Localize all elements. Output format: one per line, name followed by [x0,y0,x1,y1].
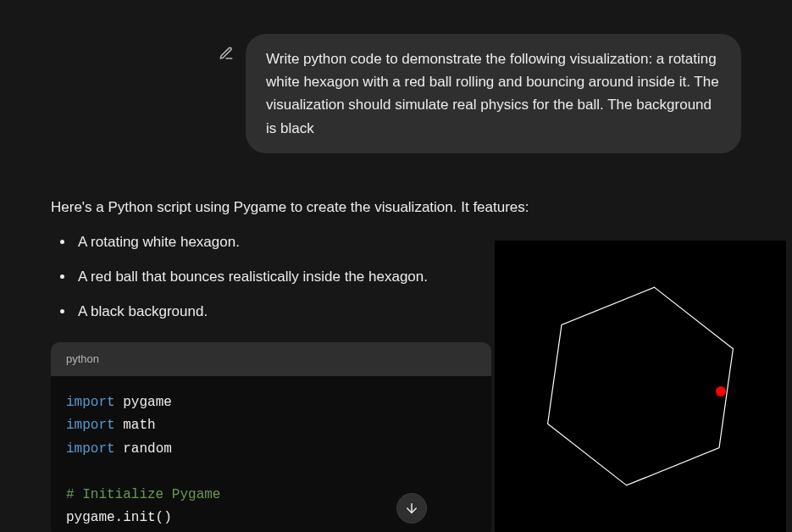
scroll-down-button[interactable] [396,493,427,524]
code-language-label: python [51,342,491,377]
code-token-keyword: import [66,395,115,410]
assistant-intro-text: Here's a Python script using Pygame to c… [51,196,741,219]
code-token-comment: # Initialize Pygame [66,487,220,502]
code-token-module: math [123,418,155,433]
arrow-down-icon [404,501,419,516]
code-token-keyword: import [66,441,115,457]
edit-icon[interactable] [219,46,234,61]
code-token-module: pygame [123,395,172,410]
code-token-call: pygame.init() [66,510,172,525]
code-token-keyword: import [66,418,115,433]
visualization-preview [495,241,786,532]
viz-ball [716,386,726,396]
user-message-row: Write python code to demonstrate the fol… [51,34,741,153]
user-message-text: Write python code to demonstrate the fol… [266,51,719,136]
user-message-bubble: Write python code to demonstrate the fol… [246,34,741,153]
viz-background [495,241,786,532]
code-token-module: random [123,441,172,457]
